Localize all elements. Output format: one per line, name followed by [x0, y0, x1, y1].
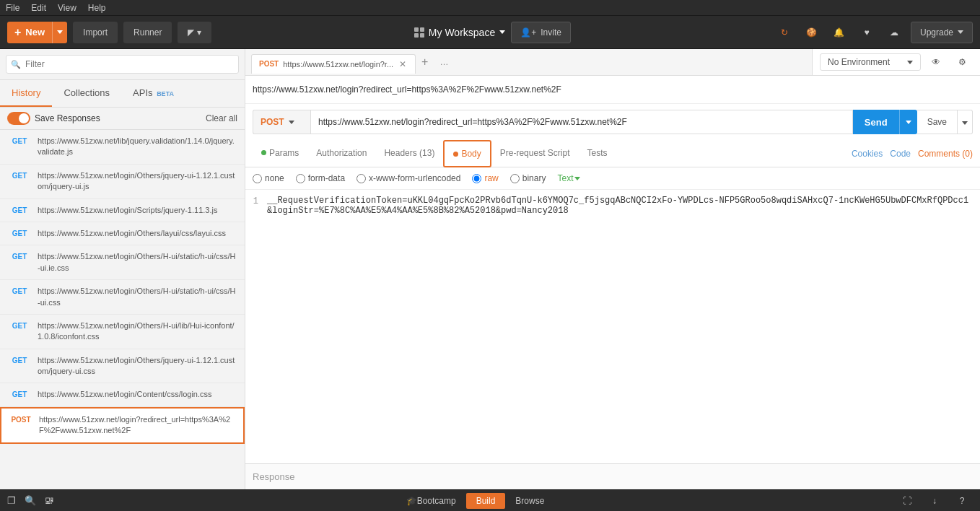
- env-selector[interactable]: No Environment: [820, 53, 921, 71]
- save-dropdown-button[interactable]: [958, 110, 973, 134]
- add-tab-button[interactable]: +: [416, 51, 434, 73]
- sync-icon[interactable]: ↻: [774, 22, 795, 43]
- request-tabs-bar: POST https://www.51zxw.net/login?r... ✕ …: [245, 49, 812, 75]
- history-url: https://www.51zxw.net/login/Others/jquer…: [38, 355, 237, 377]
- menu-help[interactable]: Help: [88, 3, 106, 13]
- binary-option[interactable]: binary: [510, 173, 546, 183]
- menu-bar: File Edit View Help: [0, 0, 980, 16]
- req-tab-tests[interactable]: Tests: [578, 141, 616, 167]
- form-data-option[interactable]: form-data: [296, 173, 345, 183]
- bottom-left: ❐ 🔍 🖳: [7, 495, 54, 506]
- workspace-selector[interactable]: My Workspace: [414, 27, 505, 38]
- tab-close-button[interactable]: ✕: [398, 59, 408, 69]
- raw-option[interactable]: raw: [472, 173, 498, 183]
- urlencoded-option[interactable]: x-www-form-urlencoded: [356, 173, 460, 183]
- history-item[interactable]: GEThttps://www.51zxw.net/login/Others/jq…: [0, 165, 245, 199]
- url-display-bar: https://www.51zxw.net/login?redirect_url…: [245, 76, 980, 104]
- save-responses-label: Save Responses: [35, 113, 100, 123]
- bottom-bar: ❐ 🔍 🖳 🎓 Bootcamp Build Browse ⛶ ↓ ?: [0, 489, 980, 511]
- download-icon[interactable]: ↓: [924, 490, 945, 512]
- filter-input[interactable]: [6, 55, 239, 74]
- tab-collections[interactable]: Collections: [52, 80, 121, 107]
- menu-file[interactable]: File: [6, 3, 19, 13]
- bootcamp-label: Bootcamp: [417, 496, 456, 506]
- send-button[interactable]: Send: [853, 110, 899, 134]
- import-button[interactable]: Import: [73, 22, 118, 43]
- sidebar-search-area: 🔍: [0, 49, 245, 80]
- tab-apis[interactable]: APIs BETA: [121, 80, 185, 107]
- help-icon[interactable]: ?: [951, 490, 973, 512]
- method-badge: GET: [7, 320, 32, 331]
- cookie-icon[interactable]: 🍪: [801, 22, 823, 43]
- eye-icon[interactable]: 👁: [925, 51, 947, 73]
- history-url: https://www.51zxw.net/login/Content/css/…: [38, 389, 212, 400]
- clear-all-button[interactable]: Clear all: [206, 113, 237, 123]
- none-option[interactable]: none: [253, 173, 284, 183]
- new-button[interactable]: + New: [7, 22, 67, 43]
- build-button[interactable]: Build: [466, 493, 506, 509]
- heart-icon[interactable]: ♥: [856, 22, 878, 43]
- cloud-icon[interactable]: ☁: [883, 22, 905, 43]
- history-item[interactable]: POSThttps://www.51zxw.net/login?redirect…: [0, 407, 245, 444]
- menu-view[interactable]: View: [58, 3, 76, 13]
- sidebar-tabs: History Collections APIs BETA: [0, 80, 245, 108]
- req-tab-body[interactable]: Body: [443, 140, 491, 167]
- req-tab-params[interactable]: Params: [253, 141, 307, 167]
- method-badge: GET: [7, 228, 32, 239]
- bootcamp-button[interactable]: 🎓 Bootcamp: [396, 493, 466, 509]
- comments-link[interactable]: Comments (0): [918, 149, 973, 159]
- send-chevron-icon: [906, 121, 911, 124]
- history-item[interactable]: GEThttps://www.51zxw.net/login/Others/H-…: [0, 280, 245, 315]
- req-tab-authorization[interactable]: Authorization: [307, 141, 375, 167]
- save-button[interactable]: Save: [917, 110, 958, 134]
- search-bottom-icon[interactable]: 🔍: [25, 495, 36, 506]
- layout-icon[interactable]: ❐: [7, 495, 16, 506]
- expand-icon[interactable]: ⛶: [896, 490, 918, 512]
- new-dropdown-arrow[interactable]: [53, 22, 67, 43]
- tab-history[interactable]: History: [0, 80, 52, 107]
- workspace-chevron-icon: [499, 30, 505, 34]
- sidebar: 🔍 History Collections APIs BETA Save Res…: [0, 49, 245, 489]
- menu-edit[interactable]: Edit: [31, 3, 46, 13]
- history-item[interactable]: GEThttps://www.51zxw.net/login/Others/H-…: [0, 315, 245, 349]
- upgrade-label: Upgrade: [920, 27, 953, 38]
- response-label: Response: [253, 471, 295, 482]
- req-tab-pre-request-script[interactable]: Pre-request Script: [491, 141, 579, 167]
- history-item[interactable]: GEThttps://www.51zxw.net/login/Content/c…: [0, 383, 245, 406]
- code-link[interactable]: Code: [890, 149, 911, 159]
- browse-button[interactable]: Browse: [505, 493, 554, 509]
- history-url: https://www.51zxw.net/login/Others/H-ui/…: [38, 251, 237, 274]
- console-icon[interactable]: 🖳: [45, 495, 54, 506]
- extra-button[interactable]: ◤ ▾: [178, 22, 211, 43]
- history-item[interactable]: GEThttps://www.51zxw.net/login/Others/la…: [0, 222, 245, 245]
- history-url: https://www.51zxw.net/lib/jquery.validat…: [38, 136, 237, 158]
- method-badge: GET: [7, 355, 32, 366]
- upgrade-button[interactable]: Upgrade: [911, 22, 973, 43]
- settings-icon[interactable]: ⚙: [951, 51, 973, 73]
- cookies-link[interactable]: Cookies: [852, 149, 883, 159]
- main-content: 🔍 History Collections APIs BETA Save Res…: [0, 49, 980, 489]
- save-responses-toggle-btn[interactable]: [7, 112, 30, 125]
- more-tabs-button[interactable]: …: [434, 53, 454, 71]
- method-chevron-icon: [289, 121, 294, 124]
- req-tab-headers-----[interactable]: Headers (13): [375, 141, 443, 167]
- history-item[interactable]: GEThttps://www.51zxw.net/login/Scripts/j…: [0, 199, 245, 222]
- workspace-name-text: My Workspace: [429, 27, 495, 38]
- send-dropdown-button[interactable]: [899, 110, 917, 134]
- active-request-tab[interactable]: POST https://www.51zxw.net/login?r... ✕: [251, 54, 416, 74]
- history-url: https://www.51zxw.net/login/Others/jquer…: [38, 170, 237, 193]
- text-dropdown[interactable]: Text: [557, 173, 580, 183]
- dot-icon: [453, 152, 458, 157]
- runner-button[interactable]: Runner: [123, 22, 172, 43]
- response-area: Response: [245, 463, 980, 489]
- history-item[interactable]: GEThttps://www.51zxw.net/login/Others/H-…: [0, 245, 245, 280]
- history-url: https://www.51zxw.net/login/Others/H-ui/…: [38, 286, 237, 308]
- method-select[interactable]: POST: [253, 110, 310, 134]
- method-badge: GET: [7, 251, 32, 262]
- url-input[interactable]: [310, 110, 853, 134]
- history-item[interactable]: GEThttps://www.51zxw.net/login/Others/jq…: [0, 349, 245, 384]
- history-item[interactable]: GEThttps://www.51zxw.net/lib/jquery.vali…: [0, 130, 245, 165]
- invite-button[interactable]: 👤+ Invite: [511, 22, 571, 43]
- code-editor[interactable]: 1 __RequestVerificationToken=uKKL04gqFpc…: [245, 190, 980, 463]
- notification-icon[interactable]: 🔔: [828, 22, 850, 43]
